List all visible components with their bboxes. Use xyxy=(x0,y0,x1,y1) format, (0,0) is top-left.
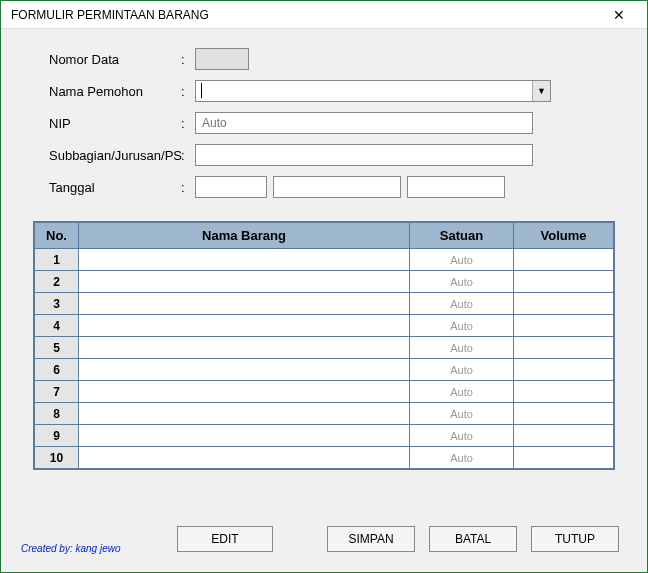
nama-barang-input[interactable] xyxy=(79,293,409,314)
cell-nama xyxy=(79,271,410,293)
cell-volume xyxy=(514,359,614,381)
nama-pemohon-input[interactable] xyxy=(195,80,551,102)
cell-nama xyxy=(79,293,410,315)
volume-input[interactable] xyxy=(514,271,613,292)
tanggal-field-3[interactable] xyxy=(407,176,505,198)
nama-pemohon-combo[interactable]: ▼ xyxy=(195,80,551,102)
volume-input[interactable] xyxy=(514,425,613,446)
nama-barang-input[interactable] xyxy=(79,381,409,402)
cell-no: 6 xyxy=(35,359,79,381)
volume-input[interactable] xyxy=(514,359,613,380)
cell-no: 3 xyxy=(35,293,79,315)
table-row: 9Auto xyxy=(35,425,614,447)
volume-input[interactable] xyxy=(514,403,613,424)
simpan-button[interactable]: SIMPAN xyxy=(327,526,415,552)
cell-no: 4 xyxy=(35,315,79,337)
close-icon: ✕ xyxy=(613,7,625,23)
volume-input[interactable] xyxy=(514,315,613,336)
cell-nama xyxy=(79,447,410,469)
row-nip: NIP : xyxy=(21,111,627,135)
items-table-wrap: No. Nama Barang Satuan Volume 1Auto2Auto… xyxy=(33,221,615,470)
tanggal-field-1[interactable] xyxy=(195,176,267,198)
volume-input[interactable] xyxy=(514,381,613,402)
cell-volume xyxy=(514,425,614,447)
table-row: 8Auto xyxy=(35,403,614,425)
cell-nama xyxy=(79,315,410,337)
nama-barang-input[interactable] xyxy=(79,337,409,358)
subbagian-field[interactable] xyxy=(195,144,533,166)
label-tanggal: Tanggal xyxy=(21,180,181,195)
nama-barang-input[interactable] xyxy=(79,403,409,424)
cell-satuan: Auto xyxy=(410,359,514,381)
cell-nama xyxy=(79,403,410,425)
table-row: 6Auto xyxy=(35,359,614,381)
nama-barang-input[interactable] xyxy=(79,425,409,446)
cell-satuan: Auto xyxy=(410,425,514,447)
cell-satuan: Auto xyxy=(410,403,514,425)
cell-volume xyxy=(514,293,614,315)
tutup-button[interactable]: TUTUP xyxy=(531,526,619,552)
cell-volume xyxy=(514,249,614,271)
table-row: 7Auto xyxy=(35,381,614,403)
cell-volume xyxy=(514,381,614,403)
content-area: Nomor Data : Nama Pemohon : ▼ NIP : xyxy=(1,29,647,572)
cell-volume xyxy=(514,271,614,293)
edit-button[interactable]: EDIT xyxy=(177,526,273,552)
volume-input[interactable] xyxy=(514,293,613,314)
cell-no: 2 xyxy=(35,271,79,293)
colon: : xyxy=(181,180,195,195)
cell-satuan: Auto xyxy=(410,249,514,271)
cell-volume xyxy=(514,315,614,337)
nip-field[interactable] xyxy=(195,112,533,134)
chevron-down-icon: ▼ xyxy=(537,86,546,96)
header-satuan: Satuan xyxy=(410,223,514,249)
colon: : xyxy=(181,148,195,163)
tanggal-field-2[interactable] xyxy=(273,176,401,198)
cell-satuan: Auto xyxy=(410,271,514,293)
cell-volume xyxy=(514,337,614,359)
nomor-data-field[interactable] xyxy=(195,48,249,70)
volume-input[interactable] xyxy=(514,249,613,270)
cell-nama xyxy=(79,249,410,271)
cell-satuan: Auto xyxy=(410,447,514,469)
colon: : xyxy=(181,116,195,131)
close-button[interactable]: ✕ xyxy=(599,2,639,28)
header-nama: Nama Barang xyxy=(79,223,410,249)
cell-nama xyxy=(79,381,410,403)
volume-input[interactable] xyxy=(514,447,613,468)
combo-dropdown-button[interactable]: ▼ xyxy=(532,81,550,101)
nama-barang-input[interactable] xyxy=(79,271,409,292)
nama-barang-input[interactable] xyxy=(79,359,409,380)
cell-no: 5 xyxy=(35,337,79,359)
label-nip: NIP xyxy=(21,116,181,131)
batal-button[interactable]: BATAL xyxy=(429,526,517,552)
nama-barang-input[interactable] xyxy=(79,249,409,270)
cell-satuan: Auto xyxy=(410,381,514,403)
cell-nama xyxy=(79,425,410,447)
table-row: 2Auto xyxy=(35,271,614,293)
table-header-row: No. Nama Barang Satuan Volume xyxy=(35,223,614,249)
cell-no: 10 xyxy=(35,447,79,469)
label-nomor-data: Nomor Data xyxy=(21,52,181,67)
app-window: FORMULIR PERMINTAAN BARANG ✕ Nomor Data … xyxy=(0,0,648,573)
volume-input[interactable] xyxy=(514,337,613,358)
cell-nama xyxy=(79,359,410,381)
row-subbagian: Subbagian/Jurusan/PS : xyxy=(21,143,627,167)
button-row: EDIT SIMPAN BATAL TUTUP xyxy=(177,526,619,552)
table-row: 10Auto xyxy=(35,447,614,469)
header-no: No. xyxy=(35,223,79,249)
nama-barang-input[interactable] xyxy=(79,447,409,468)
row-nomor-data: Nomor Data : xyxy=(21,47,627,71)
cell-no: 8 xyxy=(35,403,79,425)
cell-satuan: Auto xyxy=(410,337,514,359)
text-cursor xyxy=(201,83,202,98)
table-row: 1Auto xyxy=(35,249,614,271)
label-subbagian: Subbagian/Jurusan/PS xyxy=(21,148,181,163)
header-volume: Volume xyxy=(514,223,614,249)
label-nama-pemohon: Nama Pemohon xyxy=(21,84,181,99)
nama-barang-input[interactable] xyxy=(79,315,409,336)
table-row: 3Auto xyxy=(35,293,614,315)
cell-no: 1 xyxy=(35,249,79,271)
row-tanggal: Tanggal : xyxy=(21,175,627,199)
colon: : xyxy=(181,52,195,67)
